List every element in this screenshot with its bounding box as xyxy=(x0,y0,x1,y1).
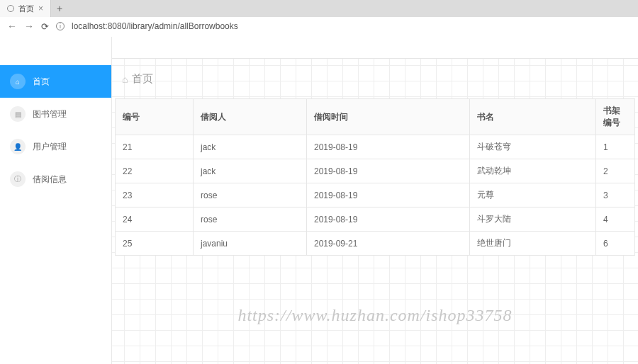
cell-time: 2019-09-21 xyxy=(307,232,470,256)
table-row[interactable]: 21 jack 2019-08-19 斗破苍穹 1 xyxy=(116,135,635,159)
cell-id: 23 xyxy=(116,183,194,207)
breadcrumb: ⌂ 首页 xyxy=(112,65,638,93)
cell-shelf: 6 xyxy=(596,232,635,256)
browser-tab[interactable]: 首页 × xyxy=(0,0,51,17)
col-shelf: 书架编号 xyxy=(596,99,635,135)
cell-borrower: javaniu xyxy=(194,232,307,256)
table-row[interactable]: 25 javaniu 2019-09-21 绝世唐门 6 xyxy=(116,232,635,256)
table-row[interactable]: 22 jack 2019-08-19 武动乾坤 2 xyxy=(116,159,635,183)
sidebar-item-borrow[interactable]: ⓘ 借阅信息 xyxy=(0,163,111,195)
cell-borrower: jack xyxy=(194,135,307,159)
back-icon[interactable]: ← xyxy=(7,21,17,32)
reload-icon[interactable]: ⟳ xyxy=(41,21,49,32)
cell-borrower: rose xyxy=(194,207,307,232)
cell-shelf: 2 xyxy=(596,159,635,183)
cell-book: 斗破苍穹 xyxy=(470,135,596,159)
sidebar-item-books[interactable]: ▤ 图书管理 xyxy=(0,98,111,130)
tab-bar: 首页 × + xyxy=(0,0,638,17)
sidebar-item-label: 用户管理 xyxy=(33,141,67,153)
user-icon: 👤 xyxy=(10,139,26,154)
cell-borrower: jack xyxy=(194,159,307,183)
page-title: 首页 xyxy=(132,72,153,86)
cell-shelf: 4 xyxy=(596,207,635,232)
table-header-row: 编号 借阅人 借阅时间 书名 书架编号 xyxy=(116,99,635,135)
cell-id: 22 xyxy=(116,159,194,183)
info-icon: ⓘ xyxy=(10,171,26,187)
cell-time: 2019-08-19 xyxy=(307,207,470,232)
cell-book: 斗罗大陆 xyxy=(470,207,596,232)
browser-chrome: 首页 × + ← → ⟳ i localhost:8080/library/ad… xyxy=(0,0,638,37)
cell-id: 21 xyxy=(116,135,194,159)
cell-book: 武动乾坤 xyxy=(470,159,596,183)
col-id: 编号 xyxy=(116,99,194,135)
watermark: https://www.huzhan.com/ishop33758 xyxy=(237,306,512,325)
app-body: ⌂ 首页 ▤ 图书管理 👤 用户管理 ⓘ 借阅信息 ⌂ 首页 编号 xyxy=(0,37,638,364)
cell-time: 2019-08-19 xyxy=(307,183,470,207)
cell-book: 元尊 xyxy=(470,183,596,207)
forward-icon[interactable]: → xyxy=(24,21,34,32)
sidebar-item-users[interactable]: 👤 用户管理 xyxy=(0,130,111,163)
tab-close-icon[interactable]: × xyxy=(38,4,43,13)
sidebar: ⌂ 首页 ▤ 图书管理 👤 用户管理 ⓘ 借阅信息 xyxy=(0,37,112,364)
sidebar-item-label: 首页 xyxy=(33,76,50,88)
cell-shelf: 3 xyxy=(596,183,635,207)
globe-icon xyxy=(7,5,14,12)
address-bar: ← → ⟳ i localhost:8080/library/admin/all… xyxy=(0,17,638,36)
col-borrower: 借阅人 xyxy=(194,99,307,135)
tab-title: 首页 xyxy=(18,4,34,14)
table-row[interactable]: 23 rose 2019-08-19 元尊 3 xyxy=(116,183,635,207)
table-row[interactable]: 24 rose 2019-08-19 斗罗大陆 4 xyxy=(116,207,635,232)
sidebar-item-label: 借阅信息 xyxy=(33,174,67,186)
main-content: ⌂ 首页 编号 借阅人 借阅时间 书名 书架编号 21 jack xyxy=(112,37,638,364)
book-icon: ▤ xyxy=(10,106,26,122)
borrow-table: 编号 借阅人 借阅时间 书名 书架编号 21 jack 2019-08-19 斗… xyxy=(115,98,635,256)
col-book: 书名 xyxy=(470,99,596,135)
site-info-icon[interactable]: i xyxy=(56,22,65,30)
cell-shelf: 1 xyxy=(596,135,635,159)
cell-book: 绝世唐门 xyxy=(470,232,596,256)
new-tab-button[interactable]: + xyxy=(51,3,68,14)
col-time: 借阅时间 xyxy=(307,99,470,135)
sidebar-item-home[interactable]: ⌂ 首页 xyxy=(0,65,111,98)
url-text[interactable]: localhost:8080/library/admin/allBorrowbo… xyxy=(72,21,238,31)
home-icon: ⌂ xyxy=(10,74,26,89)
home-icon: ⌂ xyxy=(122,74,128,85)
cell-time: 2019-08-19 xyxy=(307,135,470,159)
cell-id: 24 xyxy=(116,207,194,232)
sidebar-item-label: 图书管理 xyxy=(33,108,67,120)
cell-borrower: rose xyxy=(194,183,307,207)
cell-time: 2019-08-19 xyxy=(307,159,470,183)
cell-id: 25 xyxy=(116,232,194,256)
